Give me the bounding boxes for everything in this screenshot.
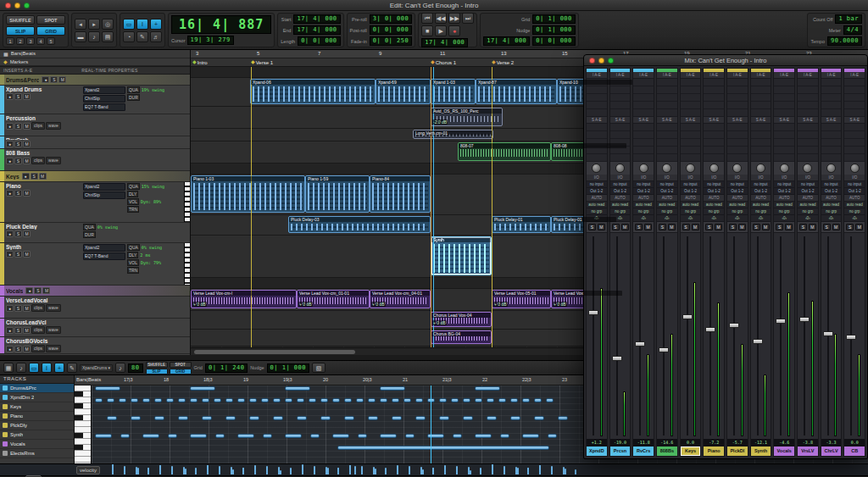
track-record-button[interactable]: ● (25, 287, 33, 294)
midi-note[interactable] (178, 398, 186, 402)
waveform-zoom-icon[interactable]: ▤ (102, 31, 114, 42)
midi-note[interactable] (225, 416, 236, 420)
velocity-stem[interactable] (147, 468, 149, 474)
zoom-preset-1-button[interactable]: 1 (6, 37, 14, 45)
midi-note[interactable] (380, 386, 405, 391)
track-mute-button[interactable]: M (23, 123, 31, 130)
midi-note[interactable] (320, 416, 331, 420)
track-solo-button[interactable]: S (14, 346, 22, 352)
strip-name[interactable]: CB (844, 446, 865, 456)
clip-verse-lead-vox-cm-l[interactable]: Verse Lead Vox-cm-l+ 0 dB (191, 290, 297, 308)
midi-note[interactable] (190, 434, 207, 438)
midi-note[interactable] (332, 398, 340, 402)
insert-slot[interactable] (751, 86, 771, 94)
send-slot[interactable] (587, 131, 607, 139)
strip-solo-button[interactable]: S (588, 224, 596, 230)
insert-slot[interactable] (681, 109, 701, 117)
rtp-param-button[interactable]: TRN (127, 206, 139, 213)
track-view-chip-wave[interactable]: wave (46, 345, 61, 352)
track-record-button[interactable]: ● (6, 141, 14, 147)
fade-in-value[interactable]: 0| 0| 250 (370, 36, 412, 46)
midi-note[interactable] (215, 434, 225, 438)
fader-cap[interactable] (682, 314, 693, 319)
close-window-icon[interactable] (5, 3, 11, 8)
mixer-strip-chrlv[interactable]: I A-ES A-EI/Ono inputOut 1-2AUTOauto rea… (821, 68, 843, 457)
send-slot[interactable] (633, 139, 654, 147)
track-row-keys[interactable]: Keys●SM (0, 171, 190, 182)
midi-note[interactable] (95, 434, 112, 438)
midi-note[interactable] (463, 416, 473, 420)
marker-chip-intro[interactable]: ◆Intro (192, 59, 208, 65)
velocity-stem[interactable] (444, 467, 446, 474)
strip-solo-button[interactable]: S (612, 224, 620, 230)
insert-slot[interactable] (844, 79, 865, 86)
midi-note[interactable] (107, 416, 117, 420)
send-slot[interactable] (633, 131, 654, 139)
clip-gain-badge[interactable]: + 0 dB (493, 302, 508, 307)
clip-pluck-delay-03[interactable]: Pluck Delay-03 (288, 216, 431, 233)
automation-mode[interactable]: auto read (681, 202, 701, 208)
marker-chip-verse-1[interactable]: ◆Verse 1 (251, 59, 273, 65)
midi-note[interactable] (297, 398, 304, 402)
velocity-stem[interactable] (337, 468, 339, 474)
insert-slot[interactable] (727, 79, 748, 86)
midi-track-item-keys[interactable]: Keys (0, 402, 74, 412)
insert-plugin-button[interactable]: Xpand2 (83, 183, 125, 191)
track-mute-button[interactable]: M (23, 230, 31, 237)
midi-note[interactable] (285, 398, 292, 402)
insert-slot[interactable] (681, 102, 701, 109)
zoom-preset-5-button[interactable]: 5 (47, 37, 55, 45)
track-record-button[interactable]: ● (6, 158, 14, 164)
automation-mode[interactable]: auto read (704, 202, 724, 208)
midi-note[interactable] (368, 416, 378, 420)
insert-slot[interactable] (821, 79, 842, 86)
insert-slot[interactable] (704, 94, 724, 102)
track-record-button[interactable]: ● (6, 123, 14, 130)
send-slot[interactable] (610, 124, 631, 131)
track-row-revcrsh[interactable]: RevCrsh●SM (0, 136, 190, 149)
midi-note[interactable] (475, 386, 500, 391)
send-slot[interactable] (657, 131, 677, 139)
track-record-button[interactable]: ● (22, 173, 30, 180)
group-assign[interactable]: no grp (704, 208, 724, 215)
input-path[interactable]: no input (821, 181, 842, 188)
insert-slot[interactable] (657, 86, 677, 94)
selection-length-value[interactable]: 0| 0| 000 (298, 36, 340, 46)
velocity-stem[interactable] (137, 468, 139, 474)
piano-keyboard[interactable] (75, 385, 92, 463)
fader-cap[interactable] (588, 310, 598, 315)
go-to-end-icon[interactable]: ⏭ (462, 13, 474, 24)
insert-slot[interactable] (798, 86, 818, 94)
track-mute-button[interactable]: M (23, 327, 31, 334)
insert-slot[interactable] (774, 79, 794, 86)
automation-mode[interactable]: auto read (587, 202, 607, 208)
track-solo-button[interactable]: S (14, 230, 22, 237)
fader-area[interactable] (681, 232, 701, 439)
fader-cap[interactable] (776, 319, 786, 324)
track-row-percussion[interactable]: Percussion●SMclipswave (0, 114, 190, 136)
edit-hscroll-thumb[interactable] (194, 350, 355, 354)
velocity-stem[interactable] (254, 467, 256, 474)
midi-shuffle-mode-button[interactable]: SHUFFLE (146, 362, 168, 368)
rtp-param-button[interactable]: QUA (127, 183, 140, 190)
insert-slot[interactable] (798, 109, 818, 117)
track-mute-button[interactable]: M (23, 93, 31, 100)
group-assign[interactable]: no grp (751, 208, 771, 215)
midi-grabber-tool-icon[interactable]: + (54, 363, 64, 373)
insert-slot[interactable] (704, 109, 724, 117)
clip-gain-badge[interactable]: + 0 dB (192, 302, 207, 307)
midi-note[interactable] (237, 398, 245, 402)
velocity-stem[interactable] (124, 467, 125, 474)
velocity-stem[interactable] (232, 469, 234, 474)
midi-track-item-plckdly[interactable]: PlckDly (0, 421, 74, 430)
send-slot[interactable] (587, 154, 607, 162)
midi-note[interactable] (510, 416, 520, 420)
midi-track-item-drums-prc[interactable]: Drums&Prc (0, 384, 74, 393)
midi-note[interactable] (405, 434, 415, 438)
insert-slot[interactable] (657, 79, 677, 86)
track-row-808-bass[interactable]: 808 Bass●SMclipswave (0, 149, 190, 171)
insert-slot[interactable] (587, 86, 607, 94)
track-view-chip-clips[interactable]: clips (31, 157, 45, 164)
pan-value[interactable]: ‹0› (657, 215, 677, 222)
track-record-button[interactable]: ● (42, 76, 49, 83)
